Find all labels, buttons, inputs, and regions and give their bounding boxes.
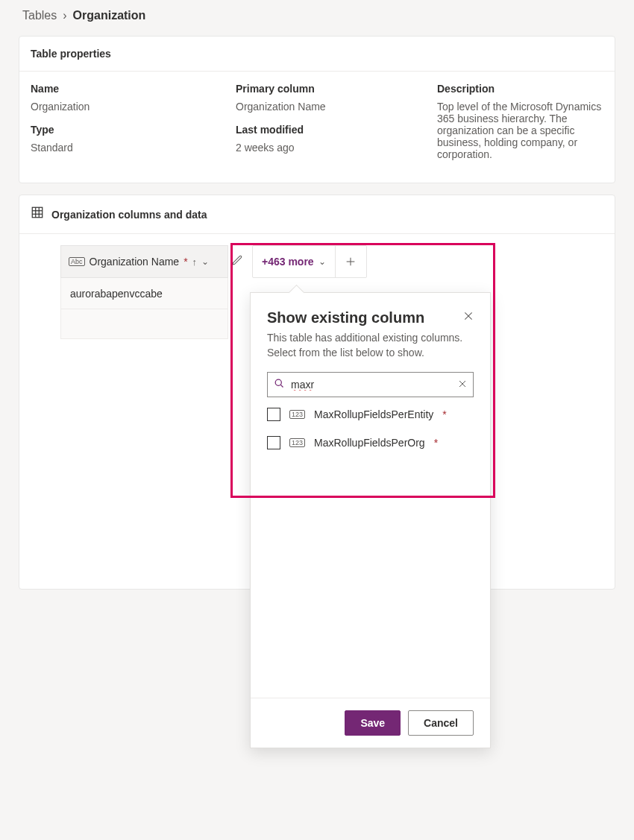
prop-type-label: Type: [31, 124, 221, 136]
cancel-button[interactable]: Cancel: [408, 710, 474, 736]
save-button[interactable]: Save: [345, 710, 401, 736]
more-columns-dropdown[interactable]: +463 more ⌄: [253, 246, 335, 277]
popover-description: This table has additional existing colum…: [251, 326, 490, 360]
clear-search-icon[interactable]: [458, 379, 467, 391]
panel-title: Table properties: [19, 37, 615, 72]
popover-title: Show existing column: [267, 309, 424, 326]
column-option[interactable]: 123 MaxRollupFieldsPerOrg *: [267, 436, 474, 449]
prop-description-value: Top level of the Microsoft Dynamics 365 …: [437, 101, 603, 160]
checkbox[interactable]: [267, 408, 280, 421]
search-field-wrapper: [267, 372, 474, 397]
required-indicator: *: [434, 437, 438, 449]
option-label: MaxRollupFieldsPerOrg: [314, 437, 425, 449]
chevron-right-icon: ›: [63, 9, 66, 22]
chevron-down-icon: ⌄: [318, 256, 326, 267]
chevron-down-icon[interactable]: ⌄: [201, 256, 209, 267]
edit-icon[interactable]: [231, 254, 243, 269]
svg-line-10: [280, 385, 283, 388]
more-columns-label: +463 more: [262, 256, 314, 268]
required-indicator: *: [183, 256, 187, 268]
table-properties-panel: Table properties Name Organization Type …: [19, 36, 615, 183]
table-row-empty: [60, 309, 228, 339]
show-existing-column-popover: Show existing column This table has addi…: [250, 292, 491, 748]
breadcrumb-current: Organization: [73, 9, 146, 22]
more-columns-button: +463 more ⌄: [252, 245, 367, 278]
search-input[interactable]: [291, 379, 452, 391]
number-type-icon: 123: [289, 410, 305, 419]
column-header-label: Organization Name: [90, 256, 180, 268]
breadcrumb: Tables › Organization: [0, 0, 634, 36]
text-type-icon: Abc: [69, 257, 85, 266]
column-option[interactable]: 123 MaxRollupFieldsPerEntity *: [267, 408, 474, 421]
breadcrumb-parent[interactable]: Tables: [22, 9, 57, 22]
svg-point-9: [275, 379, 281, 385]
table-row[interactable]: aurorabapenvccabe: [60, 278, 228, 309]
data-panel-title: Organization columns and data: [51, 209, 207, 221]
prop-name-label: Name: [31, 83, 221, 95]
search-icon: [274, 378, 285, 391]
prop-description-label: Description: [437, 83, 603, 95]
sort-asc-icon: ↑: [192, 256, 198, 268]
cell-value: aurorabapenvccabe: [70, 288, 163, 300]
option-label: MaxRollupFieldsPerEntity: [314, 408, 433, 420]
grid-icon: [31, 206, 44, 223]
prop-name-value: Organization: [31, 101, 221, 113]
required-indicator: *: [442, 408, 446, 420]
svg-rect-0: [32, 207, 43, 218]
add-column-button[interactable]: [335, 246, 366, 277]
close-icon[interactable]: [463, 309, 474, 325]
prop-type-value: Standard: [31, 142, 221, 154]
prop-modified-label: Last modified: [236, 124, 422, 136]
checkbox[interactable]: [267, 436, 280, 449]
prop-primary-value: Organization Name: [236, 101, 422, 113]
prop-modified-value: 2 weeks ago: [236, 142, 422, 154]
column-header-organization-name[interactable]: Abc Organization Name* ↑ ⌄: [60, 245, 228, 278]
prop-primary-label: Primary column: [236, 83, 422, 95]
number-type-icon: 123: [289, 438, 305, 447]
